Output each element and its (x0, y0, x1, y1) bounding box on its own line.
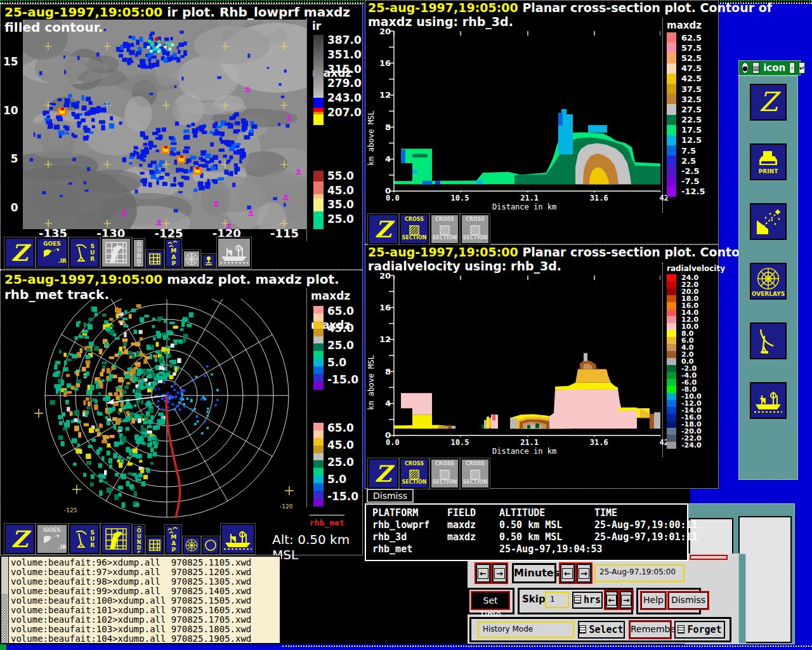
tick-label: 8 (385, 367, 391, 376)
satellite-ir-image[interactable] (23, 20, 306, 229)
overlay-rings-button[interactable] (183, 250, 200, 268)
help-button[interactable]: Help (641, 592, 665, 609)
icon-window-titlebar[interactable]: ● ▤ icon ◦ ↵ (738, 60, 801, 76)
cross-section-button[interactable]: CROSS ▨ SECTION (430, 214, 459, 244)
ship-button[interactable] (217, 237, 251, 268)
color-swatch (667, 351, 676, 358)
table-header-cell: TIME (594, 507, 698, 519)
window-doc-button[interactable]: ▤ (752, 62, 759, 74)
zeb-menu-button[interactable]: Z (368, 458, 398, 489)
skip-back-button[interactable]: ← (605, 591, 618, 609)
grid-surface-button[interactable] (101, 524, 131, 554)
time-input[interactable]: 25-Aug-97,19:05:00 (594, 564, 684, 582)
surveillance-button[interactable]: SUR (69, 237, 100, 268)
xsec1-title-main: Planar cross-section plot. Contour of (522, 1, 772, 15)
buoy-button[interactable] (202, 254, 216, 268)
window-close-button[interactable]: ↵ (799, 62, 805, 74)
circle-button[interactable] (202, 536, 219, 554)
radar-ppi-display[interactable]: -125-120 (1, 299, 305, 519)
sur-label: SUR (89, 243, 95, 262)
polar-rings-icon (185, 252, 199, 266)
platform-window-dismiss-button[interactable]: Dismiss (367, 489, 414, 503)
bounds-button[interactable]: BOUNDS (133, 525, 145, 554)
radar-antenna-icon (74, 528, 88, 550)
minutes-back-button[interactable]: ← (560, 564, 575, 583)
goes-ir-button[interactable]: GOES .IR (36, 237, 68, 268)
ir-colorbar-label: ir (312, 20, 363, 32)
cross-section-button[interactable]: CROSS ▨ SECTION (461, 214, 490, 244)
beam-tool-button[interactable] (750, 203, 787, 240)
colorbar-value: 42.5 (681, 74, 702, 83)
radar-antenna-icon (74, 242, 88, 263)
colorbar-value: -12.5 (681, 187, 705, 196)
overlays-button[interactable]: OVERLAYS (750, 263, 787, 300)
set-time-button[interactable]: Set Time (472, 592, 509, 609)
map-button[interactable]: MAP (165, 239, 181, 268)
small-grid-button[interactable] (146, 536, 164, 554)
bounds-button[interactable]: BOUNDS (133, 239, 145, 268)
xsec-maxdz-plot[interactable] (365, 1, 660, 192)
xsec-radialvelocity-plot[interactable] (365, 245, 660, 437)
grid-radar-icon (103, 240, 129, 265)
map-button[interactable]: MAP (165, 525, 181, 554)
cross-section-button-active[interactable]: CROSS ▨ SECTION (400, 458, 429, 489)
xsec2-colorbar-column: radialvelocity 24.022.020.018.016.014.01… (662, 263, 718, 457)
colorbar-entry: 17.5 (663, 125, 718, 135)
terminal-scrollbar[interactable] (1, 557, 9, 643)
tick-label: 25.0 (327, 339, 358, 352)
corner-resize-handle[interactable] (0, 644, 6, 650)
ship-button[interactable] (221, 524, 255, 554)
grid-surface-button[interactable] (101, 237, 131, 268)
goes-ir-button[interactable]: GOES .IR (36, 524, 68, 554)
zeb-menu-button[interactable]: Z (4, 237, 35, 268)
terminal-lines: volume:beaufait:96>xdump.all 970825.1105… (11, 558, 278, 642)
zeb-menu-button[interactable]: Z (368, 214, 398, 244)
cube-icon: ▨ (469, 467, 481, 480)
color-swatch (667, 43, 676, 53)
radar-maxdz2-bar (313, 423, 324, 507)
zeb-main-button[interactable]: Z (750, 84, 787, 121)
skip-forward-button[interactable]: → (620, 591, 632, 609)
surveillance-button[interactable]: SUR (69, 524, 100, 554)
window-iconify-button[interactable]: ◦ (789, 62, 794, 74)
color-swatch (667, 358, 676, 365)
window-menu-button[interactable]: ● (742, 62, 749, 74)
remember-button[interactable]: Remember (630, 621, 671, 638)
antenna-button[interactable] (750, 322, 787, 359)
minutes-button[interactable]: Minutes (512, 563, 556, 583)
tick-label: 21.1 (520, 438, 539, 447)
cross-section-button-active[interactable]: CROSS ▨ SECTION (400, 214, 429, 244)
terminal-window[interactable]: volume:beaufait:96>xdump.all 970825.1105… (0, 555, 281, 644)
color-swatch (667, 309, 676, 316)
bounds-label: BOUNDS (136, 239, 141, 268)
cross-section-button[interactable]: CROSS ▨ SECTION (461, 458, 490, 489)
color-swatch (667, 330, 676, 337)
history-mode-input[interactable]: History Mode (478, 621, 574, 638)
tick-label: 65.0 (327, 305, 358, 317)
skip-units-menu[interactable]: hrs (572, 592, 603, 609)
tick-label: 4 (385, 399, 391, 408)
skip-input[interactable]: 1 (545, 592, 569, 608)
color-swatch (667, 32, 676, 43)
small-grid-button[interactable] (146, 250, 164, 268)
zeb-menu-button[interactable]: Z (4, 524, 35, 554)
color-swatch (667, 365, 676, 372)
cube-icon: ▨ (439, 223, 451, 235)
overlay-rings-button[interactable] (183, 536, 200, 554)
time-forward-button[interactable]: → (492, 564, 507, 583)
cross-section-button[interactable]: CROSS ▨ SECTION (430, 458, 459, 489)
color-swatch (667, 156, 676, 166)
time-back-button[interactable]: ← (476, 564, 490, 583)
ship-platform-button[interactable] (750, 382, 787, 419)
print-button[interactable]: PRINT (750, 143, 787, 180)
color-swatch (667, 442, 676, 449)
tick-label: 10.5 (450, 194, 469, 202)
minutes-forward-button[interactable]: → (577, 564, 591, 583)
table-cell: 0.50 km MSL (499, 531, 594, 543)
xsec1-x-ticks: 0.010.521.131.642 (386, 194, 669, 202)
dialog-dismiss-button[interactable]: Dismiss (669, 592, 708, 609)
terminal-scrollbar-thumb[interactable] (1, 594, 8, 643)
radar-maxdz1-values: 65.045.025.05.0-15.0 (327, 305, 358, 386)
select-menu-button[interactable]: Select (578, 621, 625, 639)
forget-menu-button[interactable]: Forget (674, 621, 725, 639)
